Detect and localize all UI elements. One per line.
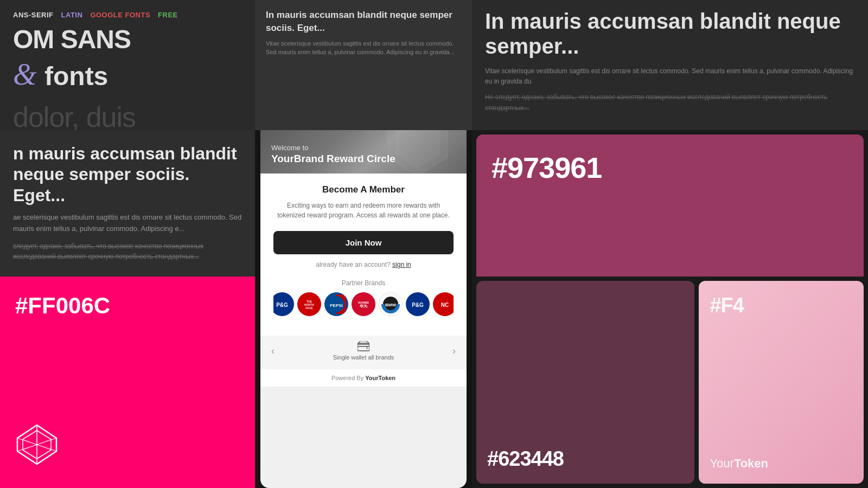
wallet-text: Single wallet all brands <box>333 354 394 361</box>
reward-card: Welcome to YourBrand Reward Circle Becom… <box>260 130 467 488</box>
sign-in-prompt: already have an account? <box>316 261 390 268</box>
font-preview-card: ANS-SERIF LATIN GOOGLE FONTS FREE OM SAN… <box>0 0 255 130</box>
reward-card-container: Welcome to YourBrand Reward Circle Becom… <box>255 130 472 488</box>
hex-color-623448: #623448 <box>487 447 684 471</box>
right-body-text: Vitae scelerisque vestibulum sagittis es… <box>485 66 855 87</box>
diamond-bg-icon <box>385 130 450 174</box>
yourtoken-regular: Your <box>710 457 733 470</box>
member-description: Exciting ways to earn and redeem more re… <box>273 201 454 220</box>
svg-text:华为: 华为 <box>359 304 367 308</box>
tag-free: FREE <box>158 11 178 19</box>
brand-the-north-face: THE NORTH FACE <box>297 292 321 316</box>
right-heading: In mauris accumsan blandit neque semper.… <box>485 9 855 59</box>
svg-text:NC: NC <box>441 302 449 308</box>
wallet-row: ‹ Single wallet all brands › <box>271 341 456 361</box>
tag-latin: LATIN <box>61 11 83 19</box>
partner-brands-label: Partner Brands <box>273 279 454 287</box>
center-card-heading: In mauris accumsan blandit neque semper … <box>266 9 461 35</box>
color-word-display: dolor, duis aliquet... <box>13 101 242 130</box>
color-623448-card: #623448 <box>476 281 694 484</box>
font-subtitle: & fonts <box>13 56 242 95</box>
powered-by: Powered By YourToken <box>260 369 467 387</box>
brand-pepsi: PEPSI <box>324 292 348 316</box>
ampersand-symbol: & <box>13 56 40 95</box>
brand-pg2: P&G <box>406 292 430 316</box>
center-top-card: In mauris accumsan blandit neque semper … <box>255 0 472 130</box>
diamond-logo-icon <box>15 423 59 466</box>
left-mid-heading: n mauris accumsan blandit neque semper s… <box>13 143 242 206</box>
prev-arrow[interactable]: ‹ <box>271 345 275 357</box>
center-card-subtext: Vitae scelerisque vestibulum sagittis es… <box>266 39 461 57</box>
svg-rect-27 <box>358 344 369 346</box>
brand-pg: P&G <box>273 292 294 316</box>
tag-sans-serif: ANS-SERIF <box>13 11 54 19</box>
right-top-card: In mauris accumsan blandit neque semper.… <box>472 0 868 130</box>
left-mid-card: n mauris accumsan blandit neque semper s… <box>0 130 255 277</box>
color-973961-card: #973961 <box>476 134 864 277</box>
svg-text:FACE: FACE <box>305 306 313 310</box>
left-mid-strikethrough: следует, однако, забывать, что высокое к… <box>13 241 242 262</box>
fonts-label: fonts <box>44 61 108 91</box>
svg-text:P&G: P&G <box>412 302 424 308</box>
svg-text:&: & <box>13 57 37 89</box>
brand-bmw: BMW <box>379 292 403 316</box>
powered-by-pre: Powered By <box>331 375 365 381</box>
color-ff006c-card: #FF006C <box>0 277 255 488</box>
yourtoken-bold: Token <box>734 457 768 470</box>
svg-text:BMW: BMW <box>385 303 396 307</box>
tag-google: GOOGLE FONTS <box>90 11 150 19</box>
svg-text:P&G: P&G <box>276 302 288 308</box>
brands-row: P&G THE NORTH FACE <box>273 292 454 316</box>
become-member-heading: Become A Member <box>273 184 454 195</box>
brand-huawei: HUAWEI 华为 <box>352 292 375 316</box>
hex-color-ff006c: #FF006C <box>15 293 240 319</box>
hex-color-973961: #973961 <box>492 151 848 184</box>
sign-in-row: already have an account? sign in <box>273 261 454 268</box>
reward-card-header: Welcome to YourBrand Reward Circle <box>260 130 467 174</box>
left-mid-body: ae scelerisque vestibulum sagittis est d… <box>13 212 242 235</box>
powered-by-brand: YourToken <box>365 375 395 381</box>
yourtoken-label: YourToken <box>710 457 853 471</box>
reward-card-body: Become A Member Exciting ways to earn an… <box>260 174 467 336</box>
hex-color-f4: #F4 <box>710 294 853 317</box>
right-strikethrough-text: Не следует, однако, забывать, что высоко… <box>485 92 855 113</box>
tags-row: ANS-SERIF LATIN GOOGLE FONTS FREE <box>13 11 242 19</box>
brand-nc: NC <box>433 292 454 316</box>
right-bottom-cards: #623448 #F4 YourToken <box>472 277 868 488</box>
join-now-button[interactable]: Join Now <box>273 231 454 254</box>
next-arrow[interactable]: › <box>452 345 456 357</box>
sign-in-link[interactable]: sign in <box>392 261 411 268</box>
reward-card-footer: ‹ Single wallet all brands › <box>260 336 467 369</box>
svg-text:PEPSI: PEPSI <box>330 303 343 308</box>
font-name: OM SANS <box>13 24 242 54</box>
color-f4-card: #F4 YourToken <box>699 281 864 484</box>
wallet-info: Single wallet all brands <box>333 341 394 361</box>
wallet-icon <box>358 341 369 352</box>
